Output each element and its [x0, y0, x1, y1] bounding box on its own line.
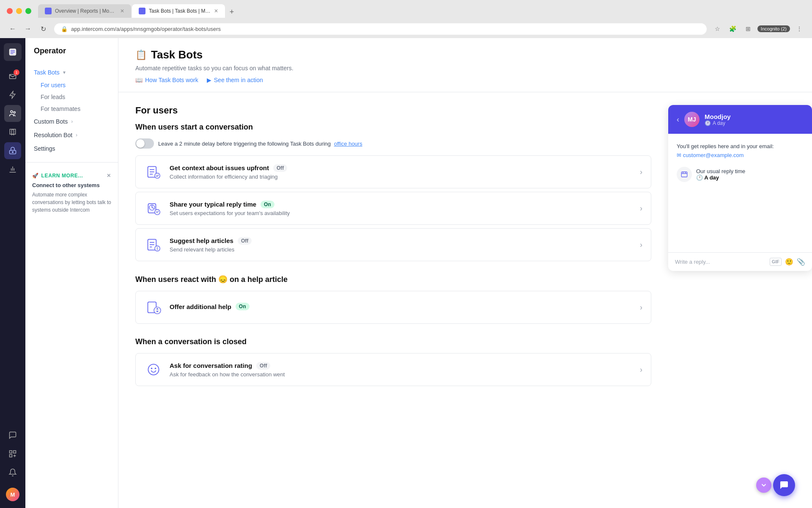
office-hours-link[interactable]: office hours [334, 141, 362, 147]
lightning-icon[interactable] [4, 86, 21, 103]
app-layout: 1 M Operator [0, 38, 812, 508]
closed-cards: Ask for conversation rating Off Ask for … [135, 353, 651, 386]
learn-more-section: 🚀 LEARN MORE... ✕ Connect to other syste… [25, 168, 118, 219]
suggest-articles-card[interactable]: Suggest help articles Off Send relevant … [135, 228, 651, 261]
tab-close-1[interactable]: ✕ [120, 8, 124, 14]
ask-rating-card[interactable]: Ask for conversation rating Off Ask for … [135, 353, 651, 386]
when-start-section-title: When users start a conversation [135, 123, 651, 132]
page-title: Task Bots [151, 48, 203, 61]
start-conversation-cards: Get context about issues upfront Off Col… [135, 155, 651, 261]
reply-time-value: 🕐 A day [696, 174, 745, 181]
traffic-light-green[interactable] [25, 8, 31, 14]
offer-help-icon [144, 298, 163, 317]
tab-favicon-2 [139, 8, 145, 14]
reports-icon[interactable] [4, 161, 21, 178]
chat-email: ✉ [677, 152, 683, 158]
browser-tab-2[interactable]: Task Bots | Task Bots | Moodjo... ✕ [132, 4, 225, 18]
sidebar-sub-for-teammates[interactable]: For teammates [25, 103, 118, 115]
how-task-bots-link[interactable]: 📖 How Task Bots work [135, 77, 198, 83]
content-with-preview: For users When users start a conversatio… [118, 92, 812, 508]
sidebar-section-main: Task Bots ▾ For users For leads For team… [25, 64, 118, 157]
gif-button[interactable]: GIF [770, 258, 782, 266]
offer-help-card[interactable]: Offer additional help On › [135, 291, 651, 324]
delay-toggle[interactable] [135, 138, 154, 149]
sidebar-item-custom-bots[interactable]: Custom Bots › [25, 115, 118, 128]
chat-body: You'll get replies here and in your emai… [668, 134, 812, 252]
icon-rail: 1 M [0, 38, 25, 508]
menu-button[interactable]: ⋮ [793, 23, 805, 35]
ask-rating-title: Ask for conversation rating [170, 362, 252, 369]
get-context-icon [144, 163, 163, 181]
sidebar-sub-for-users[interactable]: For users [25, 79, 118, 91]
chat-preview: ‹ MJ Moodjoy 🕐 A day You'll get repl [668, 105, 812, 271]
get-context-card[interactable]: Get context about issues upfront Off Col… [135, 155, 651, 188]
new-tab-button[interactable]: + [226, 6, 238, 18]
grid-apps-icon[interactable] [4, 445, 21, 462]
svg-point-24 [148, 364, 159, 375]
page-header-inner: 📋 Task Bots Automate repetitive tasks so… [135, 48, 795, 83]
share-reply-content: Share your typical reply time On Set use… [170, 201, 633, 216]
people-icon[interactable] [4, 105, 21, 122]
tab-close-2[interactable]: ✕ [214, 8, 218, 14]
ask-rating-content: Ask for conversation rating Off Ask for … [170, 362, 633, 378]
sidebar-sub-for-leads[interactable]: For leads [25, 91, 118, 103]
get-context-title-row: Get context about issues upfront Off [170, 164, 633, 172]
tab-title-1: Overview | Reports | Moodjoy [55, 8, 117, 14]
delay-toggle-row: Leave a 2 minute delay before triggering… [135, 138, 651, 149]
book-icon[interactable] [4, 124, 21, 141]
browser-tab-1[interactable]: Overview | Reports | Moodjoy ✕ [38, 4, 131, 18]
reply-time-text-block: Our usual reply time 🕐 A day [696, 168, 745, 181]
reload-button[interactable]: ↻ [37, 23, 49, 35]
traffic-light-red[interactable] [7, 8, 13, 14]
bookmark-button[interactable]: ☆ [712, 23, 724, 35]
clock-icon-small: 🕐 [705, 120, 711, 126]
custom-bots-chevron: › [71, 119, 73, 124]
suggest-articles-chevron: › [640, 240, 642, 249]
address-bar[interactable]: 🔒 app.intercom.com/a/apps/nnsgmgob/opera… [54, 23, 707, 35]
ask-rating-chevron: › [640, 365, 642, 374]
sidebar-divider [25, 162, 118, 163]
browser-actions: ☆ 🧩 ⊞ Incognito (2) ⋮ [712, 23, 805, 35]
sidebar-item-task-bots[interactable]: Task Bots ▾ [25, 66, 118, 79]
sidebar-item-resolution-bot[interactable]: Resolution Bot › [25, 128, 118, 142]
tab-title-2: Task Bots | Task Bots | Moodjo... [149, 8, 211, 14]
avatar-icon[interactable]: M [4, 486, 21, 503]
share-reply-chevron: › [640, 204, 642, 213]
extension-button[interactable]: 🧩 [727, 23, 739, 35]
learn-more-header[interactable]: 🚀 LEARN MORE... ✕ [32, 173, 111, 179]
offer-help-title-row: Offer additional help On [170, 303, 633, 310]
attach-button[interactable]: 📎 [797, 258, 805, 266]
scroll-down-button[interactable] [756, 478, 771, 493]
page-title-row: 📋 Task Bots [135, 48, 795, 61]
when-react-title: When users react with 😞 on a help articl… [135, 275, 651, 284]
chat-icon[interactable] [4, 427, 21, 444]
page-links: 📖 How Task Bots work ▶ See them in actio… [135, 77, 795, 83]
grid-button[interactable]: ⊞ [742, 23, 754, 35]
chat-input[interactable]: Write a reply... [675, 259, 766, 265]
learn-more-close-icon[interactable]: ✕ [107, 173, 111, 179]
sidebar-item-settings[interactable]: Settings [25, 142, 118, 155]
back-button[interactable]: ← [7, 23, 19, 35]
sidebar-app-title: Operator [25, 47, 118, 64]
svg-rect-6 [14, 451, 16, 453]
chat-widget-button[interactable] [773, 474, 795, 496]
chat-back-button[interactable]: ‹ [677, 115, 679, 124]
svg-point-1 [11, 110, 13, 113]
forward-button[interactable]: → [22, 23, 34, 35]
share-reply-card[interactable]: Share your typical reply time On Set use… [135, 192, 651, 225]
intercom-logo[interactable] [4, 43, 22, 61]
reply-time-icon [677, 167, 692, 182]
get-context-content: Get context about issues upfront Off Col… [170, 164, 633, 180]
chat-footer-actions: GIF 🙂 📎 [770, 258, 805, 266]
emoji-button[interactable]: 🙂 [785, 258, 793, 266]
inbox-icon[interactable]: 1 [4, 68, 21, 85]
bell-icon[interactable] [4, 464, 21, 481]
page-title-icon: 📋 [135, 50, 147, 61]
content-main: For users When users start a conversatio… [118, 92, 668, 508]
chat-header-info: Moodjoy 🕐 A day [705, 113, 804, 126]
operator-icon[interactable] [4, 142, 21, 159]
suggest-articles-title-row: Suggest help articles Off [170, 237, 633, 245]
get-context-status: Off [273, 164, 287, 172]
traffic-light-yellow[interactable] [16, 8, 22, 14]
see-in-action-link[interactable]: ▶ See them in action [207, 77, 263, 83]
